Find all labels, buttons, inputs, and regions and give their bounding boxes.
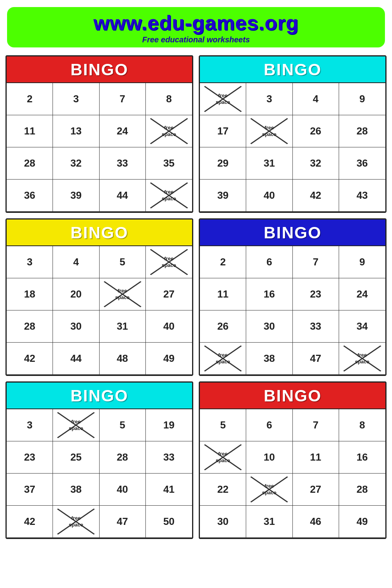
- number-cell: 47: [293, 343, 339, 375]
- number-cell: 9: [339, 246, 385, 278]
- free-space-cell: free space: [53, 506, 99, 538]
- bingo-board-2: BINGO free space34917 free space26282931…: [199, 55, 387, 213]
- free-space-cell: free space: [53, 409, 99, 441]
- number-cell: 22: [200, 474, 246, 506]
- number-cell: 16: [246, 278, 292, 310]
- number-cell: 2: [200, 246, 246, 278]
- number-cell: 36: [339, 147, 385, 180]
- number-cell: 40: [146, 310, 192, 343]
- number-cell: 7: [100, 83, 146, 115]
- number-cell: 44: [53, 343, 99, 375]
- bingo-grid: 345 free space1820 free space27283031404…: [7, 245, 192, 375]
- number-cell: 43: [339, 180, 385, 212]
- number-cell: 13: [53, 115, 99, 147]
- number-cell: 3: [7, 246, 53, 278]
- free-space-cell: free space: [200, 83, 246, 115]
- free-space-text: free space: [69, 419, 83, 432]
- number-cell: 34: [339, 310, 385, 343]
- bingo-board-3: BINGO345 free space1820 free space272830…: [5, 218, 193, 376]
- number-cell: 4: [293, 83, 339, 115]
- number-cell: 19: [146, 409, 192, 441]
- free-space-cell: free space: [146, 180, 192, 212]
- number-cell: 30: [53, 310, 99, 343]
- number-cell: 27: [146, 278, 192, 310]
- number-cell: 17: [200, 115, 246, 147]
- number-cell: 50: [146, 506, 192, 538]
- number-cell: 42: [293, 180, 339, 212]
- number-cell: 41: [146, 474, 192, 506]
- free-space-text: free space: [216, 352, 230, 365]
- free-space-text: free space: [355, 352, 369, 365]
- number-cell: 31: [246, 147, 292, 180]
- number-cell: 10: [246, 441, 292, 474]
- number-cell: 23: [293, 278, 339, 310]
- site-subtitle: Free educational worksheets: [11, 35, 381, 44]
- number-cell: 42: [7, 506, 53, 538]
- number-cell: 33: [146, 441, 192, 474]
- number-cell: 32: [53, 147, 99, 180]
- number-cell: 28: [100, 441, 146, 474]
- free-space-cell: free space: [100, 278, 146, 310]
- bingo-board-5: BINGO3 free space519232528333738404142 f…: [5, 381, 193, 539]
- number-cell: 4: [53, 246, 99, 278]
- number-cell: 6: [246, 246, 292, 278]
- free-space-text: free space: [216, 93, 230, 105]
- free-space-cell: free space: [339, 343, 385, 375]
- number-cell: 33: [100, 147, 146, 180]
- number-cell: 5: [200, 409, 246, 441]
- number-cell: 48: [100, 343, 146, 375]
- bingo-header: BINGO: [7, 56, 192, 82]
- number-cell: 35: [146, 147, 192, 180]
- number-cell: 20: [53, 278, 99, 310]
- number-cell: 37: [7, 474, 53, 506]
- number-cell: 7: [293, 246, 339, 278]
- bingo-header: BINGO: [200, 56, 385, 82]
- number-cell: 23: [7, 441, 53, 474]
- number-cell: 24: [100, 115, 146, 147]
- bingo-grid: 3 free space519232528333738404142 free s…: [7, 408, 192, 538]
- free-space-cell: free space: [246, 474, 292, 506]
- number-cell: 31: [246, 506, 292, 538]
- number-cell: 40: [100, 474, 146, 506]
- free-space-text: free space: [162, 189, 176, 202]
- number-cell: 3: [246, 83, 292, 115]
- free-space-text: free space: [162, 256, 176, 269]
- number-cell: 26: [293, 115, 339, 147]
- number-cell: 18: [7, 278, 53, 310]
- number-cell: 38: [53, 474, 99, 506]
- bingo-grid: 26791116232426303334 free space3847 free…: [200, 245, 385, 375]
- free-space-text: free space: [162, 125, 176, 138]
- number-cell: 46: [293, 506, 339, 538]
- number-cell: 28: [7, 310, 53, 343]
- free-space-text: free space: [115, 288, 130, 301]
- boards-container: BINGO2378111324 free space28323335363944…: [0, 51, 392, 544]
- number-cell: 42: [7, 343, 53, 375]
- number-cell: 47: [100, 506, 146, 538]
- number-cell: 5: [100, 246, 146, 278]
- number-cell: 28: [339, 474, 385, 506]
- number-cell: 29: [200, 147, 246, 180]
- number-cell: 33: [293, 310, 339, 343]
- site-header: www.edu-games.org Free educational works…: [7, 7, 385, 47]
- free-space-cell: free space: [246, 115, 292, 147]
- number-cell: 49: [146, 343, 192, 375]
- number-cell: 7: [293, 409, 339, 441]
- number-cell: 36: [7, 180, 53, 212]
- number-cell: 24: [339, 278, 385, 310]
- number-cell: 11: [7, 115, 53, 147]
- site-url: www.edu-games.org: [11, 11, 381, 34]
- number-cell: 5: [100, 409, 146, 441]
- number-cell: 31: [100, 310, 146, 343]
- free-space-cell: free space: [200, 441, 246, 474]
- bingo-header: BINGO: [7, 383, 192, 408]
- bingo-board-6: BINGO5678 free space10111622 free space2…: [199, 381, 387, 539]
- number-cell: 28: [339, 115, 385, 147]
- number-cell: 6: [246, 409, 292, 441]
- number-cell: 39: [200, 180, 246, 212]
- number-cell: 32: [293, 147, 339, 180]
- free-space-text: free space: [262, 483, 276, 496]
- number-cell: 40: [246, 180, 292, 212]
- bingo-grid: free space34917 free space26282931323639…: [200, 82, 385, 212]
- free-space-cell: free space: [200, 343, 246, 375]
- number-cell: 11: [200, 278, 246, 310]
